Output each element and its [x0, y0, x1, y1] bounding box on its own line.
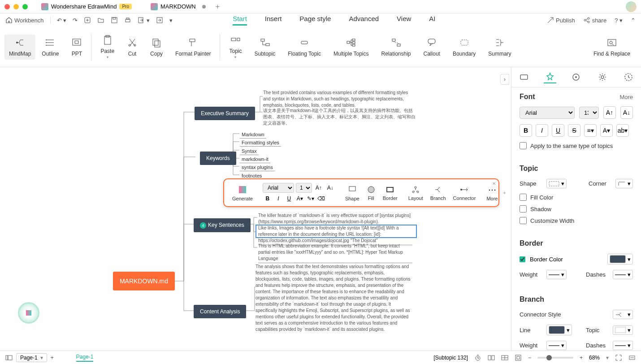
home-button[interactable]: Workbench — [5, 17, 44, 24]
rp-customize-width-check[interactable]: Customize Width — [520, 217, 633, 224]
rp-tab-shape[interactable] — [518, 71, 530, 83]
rp-font-increase[interactable]: A↑ — [603, 106, 616, 119]
canvas-area[interactable]: MARKDOWN.md Executive Summary The text p… — [0, 67, 511, 351]
node-keywords[interactable]: Keywords — [200, 152, 236, 165]
float-highlight[interactable]: ✎▾ — [307, 195, 315, 203]
minimize-window-button[interactable] — [13, 4, 19, 9]
float-layout[interactable]: Layout — [405, 185, 427, 201]
rp-font-size-select[interactable]: 13 — [579, 107, 599, 119]
rp-tab-style[interactable] — [544, 71, 556, 83]
ks-item-3[interactable]: This is HTML abbreviation example. It co… — [258, 243, 412, 263]
minimize-panel-button[interactable] — [628, 355, 636, 360]
document-tab[interactable]: MARKDOWN — [145, 1, 211, 12]
kw-item-0[interactable]: Markdown — [240, 131, 266, 139]
float-generate[interactable]: Generate — [229, 185, 256, 201]
split-view-button[interactable] — [488, 355, 495, 360]
ribbon-relationship[interactable]: Relationship — [375, 37, 417, 57]
exec-text1[interactable]: The text provided contains various examp… — [263, 90, 416, 108]
user-avatar[interactable] — [626, 1, 637, 12]
fit-page-button[interactable] — [515, 354, 522, 361]
rp-connector-style-select[interactable]: ▾ — [613, 310, 633, 319]
ai-assistant-bubble[interactable] — [18, 302, 39, 324]
add-tab-button[interactable]: + — [216, 3, 220, 11]
rp-font-decrease[interactable]: A↓ — [620, 106, 633, 119]
print-button[interactable] — [124, 17, 131, 24]
rp-shadow-check[interactable]: Shadow — [520, 205, 633, 212]
menu-tab-pagestyle[interactable]: Page style — [299, 15, 331, 26]
rp-apply-same-checkbox[interactable] — [520, 142, 527, 149]
export-button[interactable]: ▾ — [138, 17, 150, 24]
publish-button[interactable]: Publish — [547, 17, 575, 24]
float-font-family[interactable]: Arial — [263, 183, 294, 193]
float-bold[interactable]: B — [264, 195, 272, 203]
float-font-size[interactable]: 13 — [296, 183, 312, 193]
rp-border-color-checkbox[interactable] — [520, 256, 525, 262]
import-button[interactable] — [156, 17, 163, 24]
rp-font-family-select[interactable]: Arial — [520, 107, 575, 119]
kw-item-1[interactable]: Formatting styles — [240, 139, 281, 147]
float-underline[interactable]: U — [285, 195, 293, 203]
save-button[interactable] — [111, 17, 118, 24]
menu-tab-start[interactable]: Start — [233, 15, 247, 26]
ribbon-ppt[interactable]: PPT — [65, 37, 88, 57]
analysis-text[interactable]: The analysis shows that the text demonst… — [256, 264, 411, 333]
fullscreen-button[interactable] — [615, 354, 622, 361]
ribbon-find-replace[interactable]: Find & Replace — [587, 37, 637, 57]
ribbon-boundary[interactable]: Boundary — [446, 37, 482, 57]
ribbon-cut[interactable]: Cut — [121, 37, 144, 57]
rp-text-case[interactable]: ab▾ — [616, 124, 629, 137]
share-button[interactable]: share — [583, 17, 607, 24]
ribbon-subtopic[interactable]: Subtopic — [248, 37, 282, 57]
menu-tab-insert[interactable]: Insert — [265, 15, 282, 26]
root-node[interactable]: MARKDOWN.md — [113, 272, 175, 290]
rp-tab-history[interactable] — [622, 71, 635, 83]
menu-tab-ai[interactable]: AI — [429, 15, 435, 26]
kw-item-3[interactable]: markdown-it — [240, 156, 270, 163]
new-button[interactable] — [84, 17, 91, 24]
zoom-in-button[interactable]: + — [580, 355, 583, 361]
maximize-window-button[interactable] — [22, 4, 28, 9]
rp-topic-color-select[interactable]: ▾ — [613, 325, 633, 335]
rp-branch-weight-select[interactable]: ▾ — [546, 341, 567, 350]
rp-branch-dashes-select[interactable]: ▾ — [613, 341, 633, 350]
grid-view-button[interactable] — [501, 355, 508, 360]
rp-italic[interactable]: I — [536, 124, 548, 137]
help-button[interactable]: ? ▾ — [615, 17, 623, 24]
menu-tab-advanced[interactable]: Advanced — [349, 15, 379, 26]
menu-tab-view[interactable]: View — [397, 15, 411, 26]
node-key-sentences[interactable]: 4Key Sentences — [194, 218, 251, 232]
zoom-dropdown[interactable]: ▾ — [606, 355, 609, 361]
rp-corner-select[interactable]: ▾ — [615, 179, 633, 188]
ribbon-floating-topic[interactable]: Floating Topic — [282, 37, 327, 57]
rp-font-color[interactable]: A▾ — [600, 124, 613, 137]
ribbon-copy[interactable]: Copy — [144, 37, 169, 57]
rp-tab-tag[interactable] — [570, 71, 582, 83]
float-font-color[interactable]: A▾ — [296, 195, 304, 203]
rp-dashes-select[interactable]: ▾ — [613, 270, 633, 279]
ribbon-mindmap[interactable]: MindMap — [4, 35, 35, 60]
page-selector[interactable]: Page-1 ▾ — [16, 353, 47, 362]
zoom-out-button[interactable]: − — [528, 355, 531, 361]
float-font-decrease[interactable]: A↓ — [326, 184, 334, 192]
ribbon-format-painter[interactable]: Format Painter — [169, 37, 217, 57]
redo-button[interactable]: ↷ — [73, 17, 78, 24]
rp-align[interactable]: ≡▾ — [584, 124, 597, 137]
rp-apply-same-check[interactable]: Apply to the same type of topics — [520, 142, 633, 149]
mindmap-canvas[interactable]: MARKDOWN.md Executive Summary The text p… — [0, 67, 511, 351]
more-quick-button[interactable]: ▾ — [169, 17, 173, 24]
rp-weight-select[interactable]: ▾ — [546, 270, 567, 279]
app-tab[interactable]: Wondershare EdrawMind Pro — [37, 1, 136, 12]
float-italic[interactable]: I — [274, 195, 282, 203]
rp-shape-select[interactable]: ▾ — [546, 179, 567, 188]
rp-tab-settings[interactable] — [596, 71, 609, 83]
ribbon-paste[interactable]: Paste ▾ — [94, 35, 121, 59]
float-connector[interactable]: Connector — [450, 185, 480, 201]
panel-collapse-button[interactable]: › — [500, 74, 509, 85]
zoom-slider[interactable] — [537, 357, 573, 359]
undo-button[interactable]: ↶ ▾ — [57, 17, 67, 24]
float-branch[interactable]: Branch — [427, 185, 450, 201]
float-more[interactable]: ⋯ More — [483, 185, 501, 201]
timer-button[interactable] — [474, 354, 481, 361]
node-exec-summary[interactable]: Executive Summary — [195, 107, 255, 120]
ribbon-topic[interactable]: Topic ▾ — [223, 35, 248, 59]
